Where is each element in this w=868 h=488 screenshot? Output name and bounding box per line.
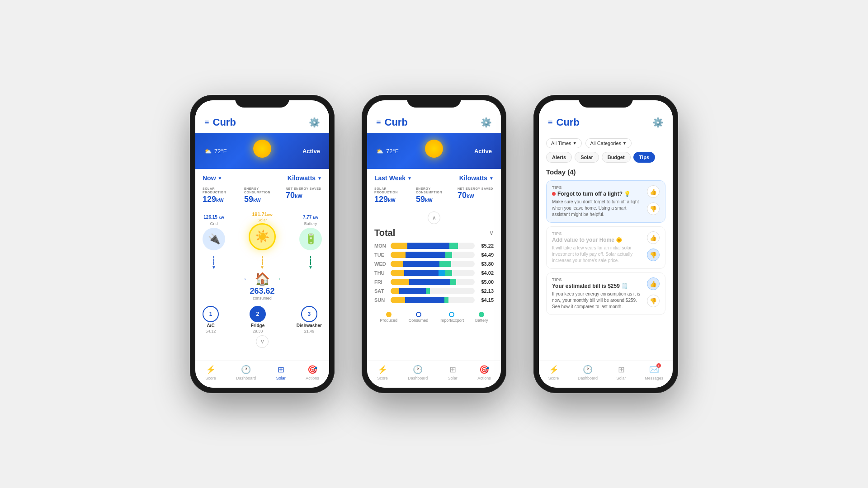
logo-text-3: Curb [557,117,580,128]
gear-icon-1[interactable]: ⚙️ [309,117,320,128]
time-selector-2[interactable]: Last Week ▼ [374,174,412,182]
app-content-1: Now ▼ Kilowatts ▼ SOLAR PRODUCTION [195,169,329,361]
stats-row-2: SOLAR PRODUCTION 129kW ENERGY CONSUMPTIO… [374,187,494,204]
status-1: Active [302,148,320,155]
tab-alerts[interactable]: Alerts [546,152,572,163]
logo-icon-1: ≡ [204,118,209,127]
grid-label: Grid [210,221,217,226]
right-h-arrow: ← [278,275,284,282]
time-selector-1[interactable]: Now ▼ [203,174,222,182]
actions-icon-1: 🎯 [307,365,317,375]
actions-label-1: Actions [306,376,319,380]
grid-source: 126.15 kW Grid 🔌 [203,215,225,250]
screen-dashboard: Now ▼ Kilowatts ▼ SOLAR PRODUCTION [195,169,329,361]
stat-energy-1: ENERGY CONSUMPTION 59kW [244,187,280,204]
unit-chevron-1: ▼ [317,176,322,181]
category-filter-dropdown[interactable]: All Categories ▼ [585,138,632,148]
grid-value: 126.15 kW [203,215,224,220]
thumb-down-2[interactable]: 👎 [647,249,660,261]
time-chevron-2: ▼ [407,176,412,181]
appliance-dishwasher[interactable]: 3 Dishwasher 21.49 [297,306,322,333]
legend-produced: Produced [380,312,397,323]
tip-card-1: TIPS Forgot to turn off a light? 💡 Make … [546,180,665,223]
gear-icon-2[interactable]: ⚙️ [481,117,492,128]
bar-fri [391,279,475,285]
nav-score-1[interactable]: ⚡ Score [205,365,216,380]
phone-2: ≡ Curb ⚙️ ⛅ 72°F Active [362,95,506,393]
logo-text-1: Curb [213,117,236,128]
legend-battery: Battery [475,312,488,323]
phone-3: ≡ Curb ⚙️ All Times ▼ All Categories [533,95,678,393]
logo-2: ≡ Curb [376,117,408,128]
thumb-up-3[interactable]: 👍 [647,277,660,290]
nav-messages-3[interactable]: ✉️ ! Messages [645,365,663,380]
dashboard-icon-2: 🕐 [413,365,423,375]
legend-consumed: Consumed [409,312,429,323]
notch-3 [579,95,633,108]
tip-actions-1: 👍 👎 [647,185,660,215]
solar-flow-label: Solar [257,218,267,222]
tab-tips[interactable]: Tips [633,152,655,163]
left-h-arrow: → [241,275,247,282]
nav-dashboard-1[interactable]: 🕐 Dashboard [236,365,256,380]
battery-source: 7.77 kW Battery 🔋 [299,215,322,250]
nav-solar-3[interactable]: ⊞ Solar [617,365,626,380]
today-header: Today (4) [546,168,665,176]
week-row-thu: THU $4.02 [374,270,494,276]
selectors-row-2: Last Week ▼ Kilowatts ▼ [374,174,494,182]
legend-dot-yellow [386,312,392,317]
solar-icon-nav-2: ⊞ [449,365,456,375]
appliance-ac[interactable]: 1 A/C 54.12 [203,306,219,333]
consumed-value: 263.62 [250,286,274,296]
bottom-nav-3: ⚡ Score 🕐 Dashboard ⊞ Solar ✉️ ! Messag [539,361,673,388]
appliance-circle-1: 1 [203,306,219,322]
tab-budget[interactable]: Budget [602,152,631,163]
unit-selector-2[interactable]: Kilowatts ▼ [459,174,494,182]
consumed-label: consumed [253,296,272,300]
app-content-3: All Times ▼ All Categories ▼ Alerts Sola… [539,133,673,361]
thumb-down-1[interactable]: 👎 [647,202,660,215]
appliance-fridge[interactable]: 2 Fridge 29.33 [250,306,266,333]
week-row-tue: TUE $4.49 [374,252,494,258]
score-icon-3: ⚡ [549,365,559,375]
tip-actions-2: 👍 👎 [647,231,660,261]
nav-dashboard-2[interactable]: 🕐 Dashboard [408,365,428,380]
nav-score-3[interactable]: ⚡ Score [548,365,559,380]
chevron-up: ∧ [428,211,440,224]
chevron-down-btn-1[interactable]: ∨ [203,335,322,348]
stat-net-2: NET ENERGY SAVED 70kW [458,187,494,204]
flow-arrows-row: ▼ ▼ ▼ [203,254,322,272]
legend-dot-blue [416,312,421,317]
thumb-up-1[interactable]: 👍 [647,185,660,198]
week-row-sat: SAT $2.13 [374,288,494,294]
nav-actions-2[interactable]: 🎯 Actions [477,365,491,380]
house-icon: 🏠 [255,272,270,286]
tab-buttons: Alerts Solar Budget Tips [546,152,665,163]
messages-badge: ✉️ ! [649,365,659,375]
chevron-up-btn[interactable]: ∧ [374,211,494,224]
thumb-down-3[interactable]: 👎 [647,295,660,307]
bar-tue [391,252,475,258]
right-arrow: ▼ [308,256,313,270]
time-filter-dropdown[interactable]: All Times ▼ [546,138,582,148]
nav-solar-2[interactable]: ⊞ Solar [448,365,458,380]
nav-actions-1[interactable]: 🎯 Actions [306,365,319,380]
tab-solar[interactable]: Solar [575,152,599,163]
house-block: → 🏠 ← 263.62 consumed [241,272,284,300]
nav-score-2[interactable]: ⚡ Score [377,365,388,380]
thumb-up-2[interactable]: 👍 [647,231,660,244]
gear-icon-3[interactable]: ⚙️ [652,117,664,128]
solar-icon-nav-1: ⊞ [278,365,284,375]
bar-wed [391,261,475,267]
unit-chevron-2: ▼ [489,176,494,181]
dashboard-icon-3: 🕐 [583,365,593,375]
time-chevron-1: ▼ [218,176,222,181]
nav-dashboard-3[interactable]: 🕐 Dashboard [578,365,598,380]
legend-row: Produced Consumed Import/Export Bat [374,308,494,323]
unit-selector-1[interactable]: Kilowatts ▼ [288,174,322,182]
legend-importexport: Import/Export [439,312,464,323]
solar-kw: 191.71kW [252,211,273,217]
nav-solar-1[interactable]: ⊞ Solar [276,365,286,380]
notch-1 [235,95,289,108]
temp-1: 72°F [214,148,227,155]
